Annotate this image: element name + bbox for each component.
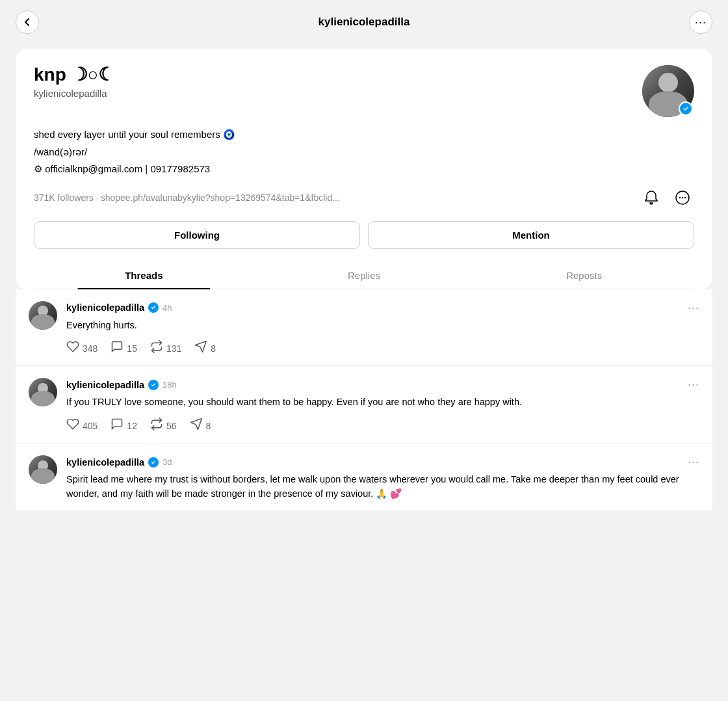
- mention-button[interactable]: Mention: [368, 221, 694, 249]
- page-title: kylienicolepadilla: [318, 16, 410, 29]
- thread-header: kylienicolepadilla 4h ···: [66, 301, 699, 315]
- meta-icons: [640, 186, 694, 209]
- like-action[interactable]: 405: [66, 417, 98, 434]
- dot-separator: ·: [94, 192, 101, 202]
- thread-text: Spirit lead me where my trust is without…: [66, 473, 699, 501]
- tab-threads[interactable]: Threads: [34, 262, 254, 289]
- thread-username: kylienicolepadilla: [66, 380, 144, 390]
- thread-user: kylienicolepadilla 3d: [66, 457, 172, 468]
- profile-name-section: knp ☽○☾ kylienicolepadilla: [34, 65, 114, 99]
- profile-username: kylienicolepadilla: [34, 88, 114, 99]
- threads-feed: kylienicolepadilla 4h ··· Everything hur…: [16, 289, 712, 511]
- thread-more-button[interactable]: ···: [688, 301, 699, 315]
- thread-user: kylienicolepadilla 4h: [66, 302, 172, 313]
- thread-header: kylienicolepadilla 18h ···: [66, 378, 699, 391]
- thread-username: kylienicolepadilla: [66, 457, 144, 468]
- comment-icon: [110, 340, 124, 356]
- thread-text: Everything hurts.: [66, 319, 699, 333]
- svg-marker-5: [190, 419, 202, 430]
- tab-reposts[interactable]: Reposts: [474, 262, 694, 289]
- share-action[interactable]: 8: [194, 340, 216, 356]
- thread-content: kylienicolepadilla 3d ··· Spirit lead me…: [66, 455, 699, 501]
- svg-point-3: [684, 196, 686, 198]
- profile-card: knp ☽○☾ kylienicolepadilla shed every la…: [16, 49, 712, 289]
- comment-action[interactable]: 12: [110, 417, 137, 434]
- thread-content: kylienicolepadilla 4h ··· Everything hur…: [66, 301, 699, 357]
- profile-link[interactable]: shopee.ph/avalunabykylie?shop=13269574&t…: [101, 192, 640, 203]
- verified-badge: [679, 101, 693, 116]
- bio-line-1: shed every layer until your soul remembe…: [34, 127, 694, 142]
- ellipsis-icon: ···: [695, 16, 707, 29]
- svg-point-2: [682, 196, 683, 198]
- heart-icon: [66, 417, 79, 434]
- thread-header: kylienicolepadilla 3d ···: [66, 455, 699, 469]
- thread-avatar: [29, 455, 57, 484]
- share-icon: [190, 417, 203, 434]
- thread-content: kylienicolepadilla 18h ··· If you TRULY …: [66, 378, 699, 434]
- share-icon: [194, 340, 207, 356]
- thread-avatar: [29, 301, 57, 330]
- thread-text: If you TRULY love someone, you should wa…: [66, 395, 699, 410]
- bio-line-3: ⚙ officialknp@gmail.com | 09177982573: [34, 162, 694, 177]
- like-count: 405: [83, 421, 98, 431]
- profile-display-name: knp ☽○☾: [34, 65, 114, 85]
- tabs-container: Threads Replies Reposts: [34, 262, 694, 289]
- tab-replies[interactable]: Replies: [254, 262, 474, 289]
- thread-more-button[interactable]: ···: [688, 378, 699, 391]
- thread-item: kylienicolepadilla 18h ··· If you TRULY …: [16, 366, 712, 443]
- thread-time: 3d: [162, 457, 172, 467]
- svg-marker-4: [196, 341, 207, 352]
- thread-actions: 405 12: [66, 417, 699, 434]
- share-count: 8: [211, 343, 216, 354]
- followers-count: 371K followers: [34, 192, 94, 203]
- action-buttons: Following Mention: [34, 221, 694, 249]
- thread-verified-badge: [148, 302, 159, 313]
- header-more-button[interactable]: ···: [689, 10, 712, 34]
- thread-verified-badge: [148, 380, 159, 390]
- thread-item: kylienicolepadilla 4h ··· Everything hur…: [16, 289, 712, 367]
- repost-icon: [150, 340, 163, 356]
- profile-bio: shed every layer until your soul remembe…: [34, 127, 694, 177]
- share-action[interactable]: 8: [190, 417, 211, 434]
- following-button[interactable]: Following: [34, 221, 360, 249]
- comment-count: 12: [127, 421, 137, 431]
- options-button[interactable]: [671, 186, 694, 209]
- thread-avatar: [29, 378, 57, 406]
- repost-action[interactable]: 56: [150, 417, 177, 434]
- comment-icon: [110, 417, 124, 434]
- comment-count: 15: [127, 343, 137, 354]
- thread-user: kylienicolepadilla 18h: [66, 380, 177, 390]
- notification-button[interactable]: [640, 186, 663, 209]
- thread-actions: 348 15: [66, 340, 699, 356]
- thread-time: 18h: [162, 380, 177, 390]
- back-button[interactable]: [16, 10, 39, 34]
- repost-action[interactable]: 131: [150, 340, 181, 356]
- repost-count: 56: [166, 421, 177, 431]
- profile-meta: 371K followers · shopee.ph/avalunabykyli…: [34, 186, 694, 209]
- thread-time: 4h: [162, 303, 172, 313]
- repost-icon: [150, 417, 163, 434]
- top-bar: kylienicolepadilla ···: [0, 0, 728, 44]
- share-count: 8: [206, 421, 211, 431]
- thread-more-button[interactable]: ···: [688, 455, 699, 469]
- like-count: 348: [83, 343, 98, 354]
- thread-verified-badge: [148, 457, 159, 468]
- avatar-wrapper: [642, 65, 694, 117]
- thread-username: kylienicolepadilla: [66, 302, 144, 313]
- repost-count: 131: [166, 343, 181, 354]
- thread-item: kylienicolepadilla 3d ··· Spirit lead me…: [16, 443, 712, 511]
- heart-icon: [66, 340, 79, 356]
- comment-action[interactable]: 15: [110, 340, 137, 356]
- like-action[interactable]: 348: [66, 340, 98, 356]
- svg-point-1: [679, 196, 681, 198]
- profile-header: knp ☽○☾ kylienicolepadilla: [34, 65, 694, 117]
- bio-line-2: /wänd(ə)rər/: [34, 145, 694, 160]
